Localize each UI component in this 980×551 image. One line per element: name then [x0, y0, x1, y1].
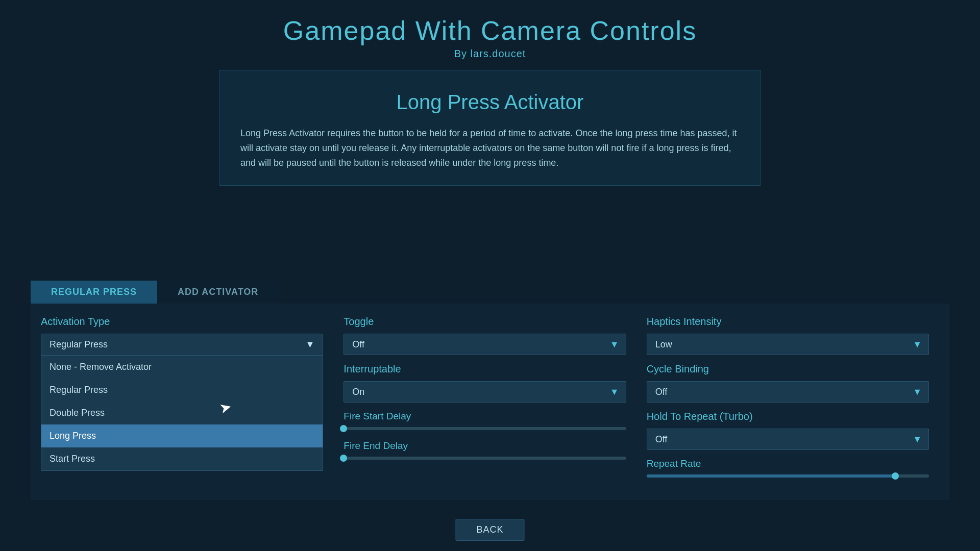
interruptable-dropdown[interactable]: On Off [344, 381, 626, 403]
right-column: Haptics Intensity Low Medium High Off ▼ … [636, 316, 939, 488]
left-column: Activation Type Regular Press ▼ None - R… [41, 316, 333, 488]
cycle-binding-dropdown-wrapper: Off On ▼ [647, 381, 929, 403]
dropdown-current-value: Regular Press [50, 339, 108, 350]
dropdown-item-long-press[interactable]: Long Press [41, 424, 323, 447]
tab-regular-press[interactable]: REGULAR PRESS [31, 281, 157, 304]
back-button[interactable]: BACK [455, 519, 524, 541]
dropdown-item-none[interactable]: None - Remove Activator [41, 356, 323, 379]
fire-start-delay-label: Fire Start Delay [344, 411, 626, 422]
fire-end-delay-track[interactable] [344, 457, 626, 460]
fire-end-delay-thumb[interactable] [340, 455, 347, 462]
panel-description: Long Press Activator requires the button… [240, 126, 740, 170]
dropdown-selected-value[interactable]: Regular Press ▼ [41, 334, 323, 356]
activation-type-dropdown[interactable]: Regular Press ▼ None - Remove Activator … [41, 334, 323, 356]
haptics-dropdown-wrapper: Low Medium High Off ▼ [647, 334, 929, 355]
hold-to-repeat-dropdown[interactable]: Off On [647, 429, 929, 450]
interruptable-label: Interruptable [344, 363, 626, 375]
dropdown-item-regular-press[interactable]: Regular Press [41, 379, 323, 402]
cycle-binding-dropdown[interactable]: Off On [647, 381, 929, 403]
toggle-dropdown[interactable]: Off On [344, 334, 626, 355]
haptics-dropdown[interactable]: Low Medium High Off [647, 334, 929, 355]
repeat-rate-section: Repeat Rate [647, 458, 929, 478]
dropdown-item-double-press[interactable]: Double Press [41, 402, 323, 424]
bottom-section: REGULAR PRESS ADD ACTIVATOR Activation T… [0, 281, 980, 500]
dropdown-list: None - Remove Activator Regular Press Do… [41, 356, 323, 471]
fire-start-delay-track[interactable] [344, 427, 626, 430]
repeat-rate-fill [647, 474, 895, 478]
repeat-rate-track[interactable] [647, 474, 929, 478]
page-subtitle: By lars.doucet [0, 48, 980, 60]
middle-column: Toggle Off On ▼ Interruptable On Off ▼ F… [333, 316, 636, 488]
page-title-area: Gamepad With Camera Controls By lars.dou… [0, 0, 980, 65]
toggle-dropdown-wrapper: Off On ▼ [344, 334, 626, 355]
interruptable-dropdown-wrapper: On Off ▼ [344, 381, 626, 403]
dropdown-chevron-icon: ▼ [306, 339, 315, 350]
repeat-rate-label: Repeat Rate [647, 458, 929, 469]
main-panel: Long Press Activator Long Press Activato… [219, 70, 761, 186]
cycle-binding-label: Cycle Binding [647, 363, 929, 375]
toggle-label: Toggle [344, 316, 626, 328]
panel-title: Long Press Activator [240, 91, 740, 114]
hold-to-repeat-label: Hold To Repeat (Turbo) [647, 411, 929, 422]
fire-start-delay-section: Fire Start Delay [344, 411, 626, 430]
page-title: Gamepad With Camera Controls [0, 15, 980, 46]
dropdown-item-start-press[interactable]: Start Press [41, 447, 323, 470]
fire-start-delay-thumb[interactable] [340, 425, 347, 432]
tab-add-activator[interactable]: ADD ACTIVATOR [157, 281, 279, 304]
fire-end-delay-label: Fire End Delay [344, 440, 626, 452]
activation-type-label: Activation Type [41, 316, 323, 328]
tab-bar: REGULAR PRESS ADD ACTIVATOR [31, 281, 949, 304]
hold-to-repeat-dropdown-wrapper: Off On ▼ [647, 429, 929, 450]
back-button-area: BACK [455, 519, 524, 541]
controls-area: Activation Type Regular Press ▼ None - R… [31, 304, 949, 500]
fire-end-delay-section: Fire End Delay [344, 440, 626, 460]
repeat-rate-thumb[interactable] [892, 472, 899, 480]
haptics-label: Haptics Intensity [647, 316, 929, 328]
